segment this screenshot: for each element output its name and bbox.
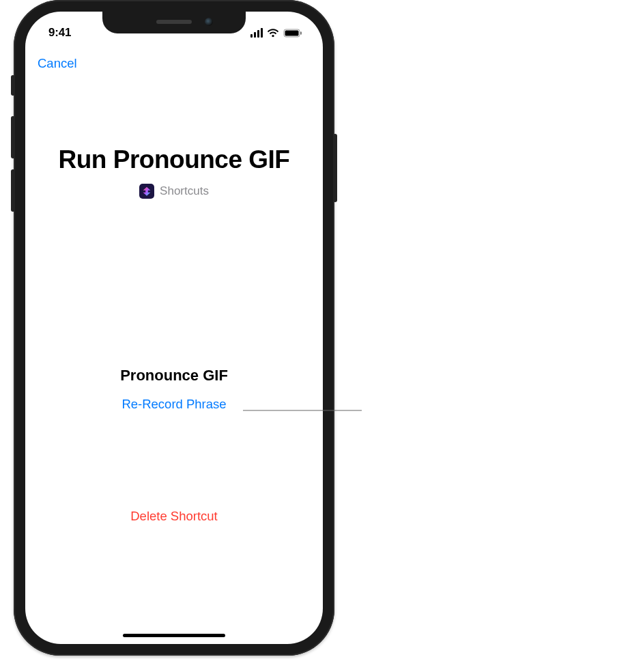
side-button — [333, 134, 337, 202]
mute-switch — [11, 75, 15, 96]
svg-rect-2 — [300, 31, 302, 35]
volume-up-button — [11, 116, 15, 158]
speaker-grille — [156, 20, 192, 24]
delete-shortcut-button[interactable]: Delete Shortcut — [130, 509, 218, 524]
notch — [102, 12, 246, 33]
volume-down-button — [11, 169, 15, 212]
wifi-icon — [267, 29, 279, 38]
front-camera — [205, 18, 213, 26]
phrase-section: Pronounce GIF Re-Record Phrase — [120, 367, 228, 412]
re-record-phrase-button[interactable]: Re-Record Phrase — [120, 397, 228, 412]
shortcuts-app-icon — [139, 184, 154, 199]
cancel-button[interactable]: Cancel — [38, 56, 77, 71]
page-title: Run Pronounce GIF — [59, 145, 290, 174]
status-indicators — [250, 28, 305, 38]
battery-icon — [283, 29, 302, 38]
app-attribution: Shortcuts — [139, 184, 209, 199]
home-indicator[interactable] — [123, 634, 225, 638]
content-area: Run Pronounce GIF — [25, 79, 323, 644]
app-name-label: Shortcuts — [160, 184, 209, 198]
screen: 9:41 Can — [25, 12, 323, 644]
status-time: 9:41 — [43, 26, 71, 40]
phone-frame: 9:41 Can — [14, 0, 334, 656]
cellular-signal-icon — [250, 28, 263, 38]
phrase-title: Pronounce GIF — [120, 367, 228, 384]
svg-rect-1 — [285, 30, 299, 36]
nav-bar: Cancel — [25, 48, 323, 79]
